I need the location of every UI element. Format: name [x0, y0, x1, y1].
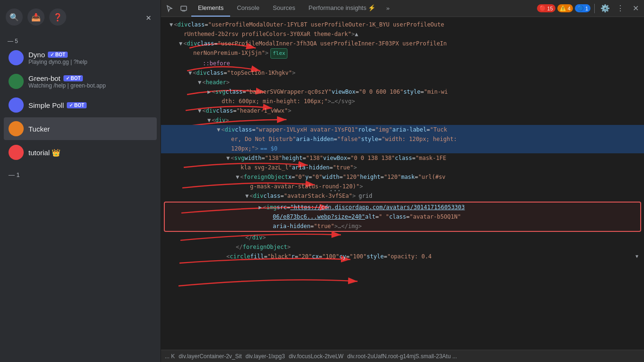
expand-arrow[interactable]: ▶	[259, 203, 262, 212]
sidebar-item-tucker[interactable]: Tucker	[4, 117, 157, 140]
scroll-indicator: ▲	[355, 29, 358, 39]
sidebar-item-sub: Playing dyno.gg | ?help	[28, 59, 88, 65]
help-icon[interactable]: ❓	[49, 9, 66, 26]
breadcrumb-item-5[interactable]: div.root-2uUafN.root-g14mjS.small-23Atu …	[347, 353, 457, 360]
code-line-7[interactable]: ▼ <div class="header-1_vWwx">	[161, 106, 644, 115]
code-line-5[interactable]: ▼ <header>	[161, 78, 644, 87]
code-line-9b: er, Do Not Disturb" aria-hidden="false" …	[161, 134, 644, 144]
toolbar-right: 🔴 15 ⚠️ 4 🔵 1 ⚙️ ⋮ ✕	[537, 2, 643, 15]
code-line-15[interactable]: </foreignObject>	[161, 242, 644, 252]
code-line-12[interactable]: ▼ <div class="avatarStack-3vfSEa"> grid	[161, 191, 644, 201]
expand-arrow[interactable]: ▼	[226, 153, 230, 163]
bot-badge: ✓ BOT	[67, 102, 87, 108]
code-line-4[interactable]: ▼ <div class="topSection-1Khgkv">	[161, 68, 644, 78]
expand-arrow[interactable]: ▼	[188, 68, 192, 78]
scroll-indicator: ▼	[635, 252, 640, 261]
cursor-select-icon[interactable]	[163, 2, 176, 15]
breadcrumb-item-1[interactable]: ... K	[165, 353, 175, 360]
code-line-13c: aria-hidden="true">…</img>	[165, 221, 640, 231]
code-line-11[interactable]: ▼ <foreignObject x="0" y="0" width="120"…	[161, 172, 644, 182]
svg-rect-0	[181, 6, 187, 10]
expand-arrow[interactable]: ▼	[179, 39, 182, 48]
code-line-8[interactable]: ▼ <div>	[161, 115, 644, 125]
avatar	[9, 145, 24, 160]
breadcrumb-item-4[interactable]: div.focusLock-2tveLW	[289, 353, 344, 360]
close-devtools-icon[interactable]: ✕	[629, 2, 642, 15]
svg-rect-1	[182, 10, 185, 11]
code-line-11b: g-mask-avatar-status-round-120)">	[161, 182, 644, 191]
avatar	[9, 74, 24, 89]
sidebar-item-name: Dyno	[28, 51, 45, 59]
settings-icon[interactable]: ⚙️	[599, 2, 612, 15]
sidebar-item-info: Green-bot ✓ BOT Watching /help | green-b…	[28, 74, 106, 89]
sidebar-item-name: Tucker	[28, 125, 50, 133]
avatar	[9, 50, 24, 65]
sidebar-header: 🔍 📥 ❓ ✕	[0, 5, 161, 29]
close-icon[interactable]: ✕	[142, 10, 155, 24]
sidebar-item-name: tutorial 👑	[28, 149, 61, 157]
sidebar: 🔍 📥 ❓ ✕ — 5 Dyno ✓ BOT Playing dyno.gg |…	[0, 0, 161, 362]
sidebar-item-info: tutorial 👑	[28, 148, 61, 157]
expand-arrow[interactable]: ▼	[236, 172, 239, 182]
code-line-9[interactable]: ▼ <div class="wrapper-1VLyxH avatar-1YsF…	[161, 125, 644, 134]
error-badge[interactable]: 🔴 15	[537, 4, 555, 12]
avatar	[9, 97, 24, 113]
breadcrumb-item-2[interactable]: div.layerContainer-2v_Sit	[179, 353, 242, 360]
tab-bar: Elements Console Sources Performance ins…	[191, 0, 536, 17]
sidebar-item-info: Dyno ✓ BOT Playing dyno.gg | ?help	[28, 51, 88, 65]
sidebar-item-sub: Watching /help | green-bot.app	[28, 82, 106, 89]
tab-sources[interactable]: Sources	[266, 0, 302, 17]
device-toggle-icon[interactable]	[177, 2, 190, 15]
code-line-6b: dth: 600px; min-height: 106px;">…</svg>	[161, 97, 644, 106]
code-line-2b: nerNonPremium-1XjSjn"> flex	[161, 48, 644, 59]
expand-arrow[interactable]: ▼	[217, 125, 220, 134]
sidebar-item-greenbot[interactable]: Green-bot ✓ BOT Watching /help | green-b…	[4, 70, 157, 93]
code-line-1b: rUnthemed-2b2rsv profileColors-3Y0XaR th…	[161, 29, 644, 39]
tab-console[interactable]: Console	[230, 0, 266, 17]
sidebar-item-tutorial[interactable]: tutorial 👑	[4, 141, 157, 164]
info-badge[interactable]: 🔵 1	[575, 4, 590, 12]
expand-arrow[interactable]: ▼	[170, 20, 173, 29]
expand-arrow[interactable]: ▼	[207, 115, 211, 125]
highlighted-img-block[interactable]: ▶ <img src="https://cdn.discordapp.com/a…	[164, 202, 641, 232]
expand-arrow[interactable]: ▶	[207, 87, 211, 97]
tab-more-button[interactable]: »	[382, 0, 394, 17]
sidebar-bottom-num: — 1	[4, 169, 157, 180]
avatar	[9, 121, 24, 136]
tab-performance-insights[interactable]: Performance insights ⚡	[302, 0, 383, 17]
code-line-13[interactable]: ▶ <img src="https://cdn.discordapp.com/a…	[165, 203, 640, 212]
warning-badge[interactable]: ⚠️ 4	[557, 4, 573, 12]
flex-badge: flex	[270, 48, 288, 59]
img-src-value[interactable]: "https://cdn.discordapp.com/avatars/3014…	[290, 203, 465, 212]
kebab-menu-icon[interactable]: ⋮	[614, 2, 627, 15]
search-icon[interactable]: 🔍	[6, 9, 23, 26]
breadcrumb-item-3[interactable]: div.layer-1lxpg3	[246, 353, 285, 360]
sidebar-item-name: Green-bot	[28, 74, 61, 82]
eq-badge: == $0	[260, 144, 277, 153]
ellipsis-indicator: ...	[329, 185, 341, 193]
sidebar-items-list: — 5 Dyno ✓ BOT Playing dyno.gg | ?help G…	[0, 34, 161, 357]
sidebar-item-dyno[interactable]: Dyno ✓ BOT Playing dyno.gg | ?help	[4, 46, 157, 69]
expand-arrow[interactable]: ▼	[198, 106, 201, 115]
code-line-13b: 06/e873bc6...webp?size=240" alt=" " clas…	[165, 212, 640, 221]
toolbar-separator	[594, 4, 595, 13]
code-line-10b: kla svg-2azL_l" aria-hidden="true">	[161, 163, 644, 172]
tab-elements[interactable]: Elements	[191, 0, 230, 17]
code-line-14[interactable]: </div>	[161, 233, 644, 242]
sidebar-item-name: Simple Poll	[28, 101, 64, 109]
sidebar-item-simplepoll[interactable]: Simple Poll ✓ BOT	[4, 94, 157, 116]
code-line-10[interactable]: ▼ <svg width="138" height="138" viewBox=…	[161, 153, 644, 163]
sidebar-divider: — 5	[4, 34, 157, 46]
bot-badge: ✓ BOT	[63, 75, 83, 81]
expand-arrow[interactable]: ▼	[198, 78, 201, 87]
code-line-16[interactable]: <circle fill="black" r="20" cx="100" cy=…	[161, 252, 644, 261]
code-line-2[interactable]: ▼ <div class="userProfileModalInner-3fh3…	[161, 39, 644, 48]
code-line-1[interactable]: ▼ <div class="userProfileModalOuter-1FYL…	[161, 20, 644, 29]
bot-badge: ✓ BOT	[48, 52, 68, 58]
code-line-6[interactable]: ▶ <svg class="bannerSVGWrapper-qc0szY" v…	[161, 87, 644, 97]
expand-arrow[interactable]: ▼	[245, 191, 249, 201]
code-line-3[interactable]: ::before	[161, 59, 644, 68]
inbox-icon[interactable]: 📥	[27, 9, 45, 26]
sidebar-item-info: Tucker	[28, 125, 50, 133]
devtools-toolbar: Elements Console Sources Performance ins…	[161, 0, 644, 17]
